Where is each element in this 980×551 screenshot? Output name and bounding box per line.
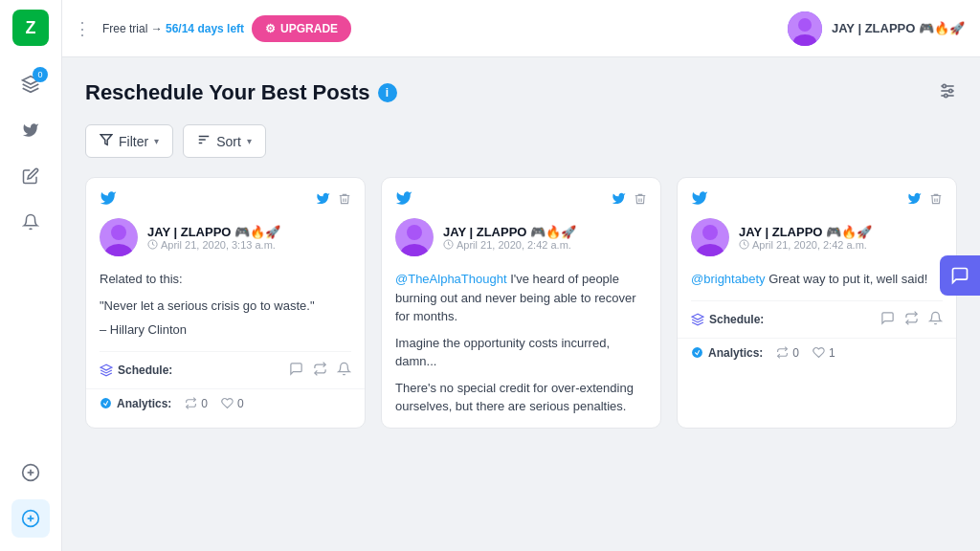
svg-point-14 [949, 89, 952, 92]
user-date-2: April 21, 2020, 2:42 a.m. [443, 239, 576, 251]
main-content: Reschedule Your Best Posts i Filter ▾ [62, 57, 980, 551]
sidebar-item-add[interactable] [11, 453, 50, 492]
user-name-3: JAY | ZLAPPO 🎮🔥🚀 [739, 225, 872, 239]
sidebar-item-twitter[interactable] [11, 111, 50, 149]
retweet-stat-1: 0 [185, 397, 208, 410]
card-body-label-1: Related to this: [100, 270, 351, 289]
sort-icon [197, 133, 211, 149]
trial-highlight: 56/14 days left [166, 22, 244, 35]
svg-point-21 [111, 225, 126, 240]
topbar-right: JAY | ZLAPPO 🎮🔥🚀 [788, 11, 965, 46]
card-body-text-2: @TheAlphaThought I've heard of people bu… [395, 270, 647, 326]
card-analytics-3: Analytics: 0 1 [678, 338, 956, 367]
card-body-quote-1: "Never let a serious crisis go to waste.… [100, 297, 351, 316]
like-count-1: 0 [237, 397, 244, 410]
retweet-count-1: 0 [201, 397, 208, 410]
sidebar-item-edit[interactable] [11, 157, 50, 195]
chat-float-button[interactable] [940, 255, 980, 296]
card-twitter-icon-1 [100, 189, 117, 210]
comment-icon-3[interactable] [880, 311, 895, 328]
card-body-1: Related to this: "Never let a serious cr… [86, 266, 365, 351]
topbar-left: ⋮ Free trial → 56/14 days left ⚙ UPGRADE [70, 14, 351, 43]
upgrade-button[interactable]: ⚙ UPGRADE [252, 15, 351, 42]
body-text2-2: Imagine the opportunity costs incurred, … [395, 334, 647, 371]
post-card-1: JAY | ZLAPPO 🎮🔥🚀 April 21, 2020, 3:13 a.… [85, 177, 366, 429]
comment-icon-1[interactable] [289, 362, 303, 379]
page-title-group: Reschedule Your Best Posts i [85, 80, 397, 105]
retweet-count-3: 0 [792, 346, 799, 360]
svg-point-15 [945, 94, 947, 97]
sort-chevron: ▾ [247, 136, 252, 146]
schedule-icons-3 [880, 311, 943, 328]
svg-point-35 [692, 347, 702, 358]
app-logo[interactable]: Z [12, 10, 49, 46]
page-title-text: Reschedule Your Best Posts [85, 80, 370, 105]
card-actions-1 [316, 191, 351, 209]
bell-icon-3[interactable] [928, 311, 943, 328]
user-info-2: JAY | ZLAPPO 🎮🔥🚀 April 21, 2020, 2:42 a.… [443, 225, 576, 251]
card-footer-3: Schedule: [678, 301, 956, 338]
filter-icon [100, 133, 113, 149]
settings-icon[interactable] [938, 81, 957, 105]
menu-dots[interactable]: ⋮ [70, 14, 95, 43]
toolbar: Filter ▾ Sort ▾ [85, 124, 957, 158]
trial-text: Free trial → 56/14 days left [102, 22, 244, 35]
post-card-3: JAY | ZLAPPO 🎮🔥🚀 April 21, 2020, 2:42 a.… [677, 177, 957, 429]
card-twitter-action-2[interactable] [612, 191, 626, 209]
notification-badge: 0 [33, 67, 48, 82]
user-date-3: April 21, 2020, 2:42 a.m. [739, 239, 872, 251]
analytics-label-1: Analytics: [100, 397, 171, 410]
user-info-1: JAY | ZLAPPO 🎮🔥🚀 April 21, 2020, 3:13 a.… [147, 225, 280, 251]
card-header-1 [86, 178, 365, 218]
topbar: ⋮ Free trial → 56/14 days left ⚙ UPGRADE… [62, 0, 980, 57]
retweet-icon-1[interactable] [313, 362, 327, 379]
avatar[interactable] [788, 11, 822, 46]
schedule-icons-1 [289, 362, 351, 379]
card-delete-3[interactable] [929, 192, 943, 209]
card-user-3: JAY | ZLAPPO 🎮🔥🚀 April 21, 2020, 2:42 a.… [678, 218, 956, 266]
card-analytics-1: Analytics: 0 0 [86, 388, 365, 418]
post-card-2: JAY | ZLAPPO 🎮🔥🚀 April 21, 2020, 2:42 a.… [381, 177, 661, 429]
retweet-icon-3[interactable] [904, 311, 919, 328]
body-text-3: Great way to put it, well said! [766, 272, 928, 286]
card-twitter-action-3[interactable] [907, 191, 922, 209]
card-delete-2[interactable] [634, 192, 647, 209]
card-body-3: @brightabety Great way to put it, well s… [678, 266, 956, 300]
svg-point-8 [798, 18, 812, 32]
sidebar-item-layers[interactable]: 0 [11, 65, 50, 103]
user-date-1: April 21, 2020, 3:13 a.m. [147, 239, 280, 251]
info-icon[interactable]: i [378, 83, 397, 102]
svg-marker-34 [692, 314, 703, 320]
svg-point-25 [100, 398, 111, 408]
card-twitter-action-1[interactable] [316, 191, 330, 209]
card-header-3 [678, 178, 956, 218]
filter-button[interactable]: Filter ▾ [85, 124, 173, 158]
bell-icon-1[interactable] [337, 362, 351, 379]
username: JAY | ZLAPPO 🎮🔥🚀 [832, 21, 965, 35]
cards-grid: JAY | ZLAPPO 🎮🔥🚀 April 21, 2020, 3:13 a.… [85, 177, 957, 429]
schedule-label-1: Schedule: [100, 364, 172, 377]
retweet-stat-3: 0 [776, 346, 799, 360]
card-twitter-icon-3 [691, 189, 708, 210]
card-footer-1: Schedule: [86, 352, 365, 388]
svg-point-13 [943, 84, 946, 87]
card-header-2 [382, 178, 660, 218]
date-text-2: April 21, 2020, 2:42 a.m. [457, 239, 571, 251]
upgrade-label: UPGRADE [280, 22, 338, 35]
sort-label: Sort [216, 134, 241, 149]
sort-button[interactable]: Sort ▾ [183, 124, 266, 158]
analytics-label-3: Analytics: [691, 346, 763, 360]
card-delete-1[interactable] [338, 192, 351, 209]
card-actions-3 [907, 191, 943, 209]
date-text-1: April 21, 2020, 3:13 a.m. [161, 239, 276, 251]
like-count-3: 1 [829, 346, 835, 360]
body-text3-2: There's no special credit for over-exten… [395, 379, 647, 416]
sidebar-item-bell[interactable] [11, 203, 50, 241]
svg-marker-16 [100, 135, 112, 145]
filter-label: Filter [119, 134, 148, 149]
mention-2: @TheAlphaThought [395, 272, 507, 286]
page-header: Reschedule Your Best Posts i [85, 80, 957, 105]
sidebar-item-circle-check[interactable] [11, 499, 50, 538]
upgrade-icon: ⚙ [265, 22, 276, 35]
sidebar: Z 0 [0, 0, 62, 551]
